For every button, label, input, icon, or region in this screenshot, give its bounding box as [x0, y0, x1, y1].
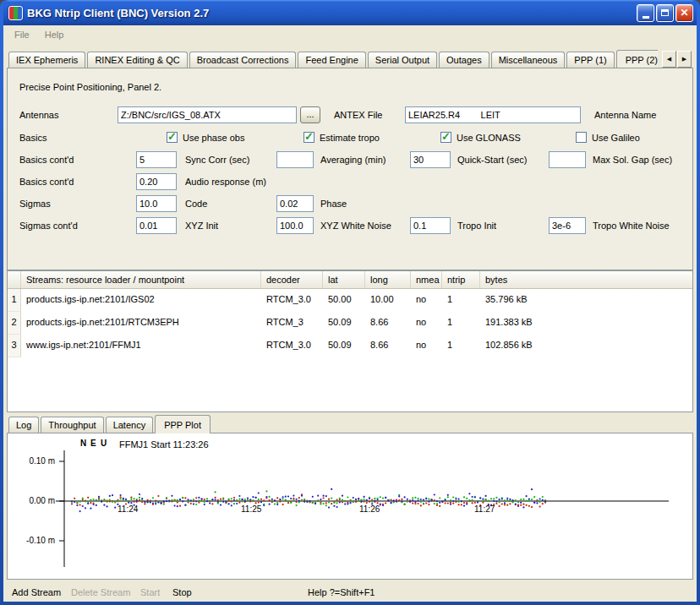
- tab-iex-ephemeris[interactable]: IEX Ephemeris: [8, 52, 85, 68]
- xyz-white-noise-label: XYZ White Noise: [320, 221, 391, 231]
- ppp-plot-pane: N E U FFMJ1 Start 11:23:26 0.10 m 0.00 m…: [7, 433, 693, 580]
- add-stream-button[interactable]: Add Stream: [12, 587, 61, 597]
- basics-contd-label: Basics cont'd: [19, 155, 74, 165]
- sigma-code-label: Code: [185, 199, 207, 209]
- averaging-label: Averaging (min): [320, 155, 386, 165]
- legend-u-label: U: [101, 439, 107, 448]
- antennas-row: Antennas ... ANTEX File Antenna Name: [14, 106, 686, 123]
- use-glonass-label: Use GLONASS: [457, 133, 521, 143]
- stream-row[interactable]: 3 www.igs-ip.net:2101/FFMJ1 RTCM_3.0 50.…: [8, 335, 692, 357]
- antennas-label: Antennas: [19, 110, 58, 120]
- sigmas-label: Sigmas: [19, 199, 51, 209]
- y-tick-top: 0.10 m: [11, 456, 55, 466]
- stream-row[interactable]: 2 products.igs-ip.net:2101/RTCM3EPH RTCM…: [8, 312, 692, 335]
- cell-lat: 50.09: [323, 312, 365, 335]
- antenna-name-input[interactable]: [405, 106, 581, 123]
- antex-file-label: ANTEX File: [334, 110, 382, 120]
- panel-title: Precise Point Positioning, Panel 2.: [19, 82, 161, 92]
- cell-mountpoint: www.igs-ip.net:2101/FFMJ1: [21, 335, 261, 357]
- ppp-panel: Precise Point Positioning, Panel 2. Ante…: [7, 68, 693, 270]
- max-sol-gap-input[interactable]: [549, 151, 586, 168]
- basics-contd-row: Basics cont'd Sync Corr (sec) Averaging …: [14, 151, 686, 168]
- tab-scroll-left-button[interactable]: ◀: [662, 51, 676, 68]
- cell-nmea: no: [411, 335, 442, 357]
- tab-scroll-left-icon: ◀: [667, 56, 671, 63]
- tab-log[interactable]: Log: [8, 417, 39, 433]
- y-tick-bottom: -0.10 m: [11, 536, 55, 545]
- tab-outages[interactable]: Outages: [439, 52, 489, 68]
- tropo-white-noise-input[interactable]: [549, 217, 586, 234]
- start-button[interactable]: Start: [140, 587, 160, 597]
- y-tick-zero: 0.00 m: [11, 496, 55, 505]
- estimate-tropo-label: Estimate tropo: [320, 133, 380, 143]
- delete-stream-button[interactable]: Delete Stream: [71, 587, 130, 597]
- row-number: 1: [8, 289, 21, 312]
- tropo-init-input[interactable]: [410, 217, 451, 234]
- antenna-name-label: Antenna Name: [594, 110, 656, 120]
- cell-lat: 50.09: [323, 335, 365, 357]
- use-galileo-label: Use Galileo: [592, 133, 640, 143]
- close-button[interactable]: ✕: [675, 4, 693, 22]
- browse-button[interactable]: ...: [300, 106, 320, 123]
- use-glonass-checkbox[interactable]: [440, 132, 451, 143]
- xyz-white-noise-input[interactable]: [276, 217, 314, 234]
- sync-corr-input[interactable]: [136, 151, 177, 168]
- tab-serial-output[interactable]: Serial Output: [368, 52, 437, 68]
- tab-ppp-2[interactable]: PPP (2): [616, 50, 658, 68]
- audio-response-input[interactable]: [136, 173, 177, 190]
- tab-miscellaneous[interactable]: Miscellaneous: [491, 52, 566, 68]
- use-galileo-checkbox[interactable]: [576, 132, 587, 143]
- max-sol-gap-label: Max Sol. Gap (sec): [593, 155, 672, 165]
- cell-bytes: 102.856 kB: [480, 335, 692, 357]
- x-tick-1125: 11:25: [241, 504, 261, 514]
- tab-scroll-right-button[interactable]: ▶: [677, 51, 692, 68]
- maximize-button[interactable]: [656, 4, 674, 22]
- tab-scroll-right-icon: ▶: [682, 56, 686, 63]
- tab-throughput[interactable]: Throughput: [41, 417, 103, 433]
- audio-row: Basics cont'd Audio response (m): [14, 173, 686, 190]
- estimate-tropo-checkbox[interactable]: [304, 132, 314, 143]
- close-icon: ✕: [680, 8, 688, 18]
- maximize-icon: [661, 9, 669, 16]
- cell-ntrip: 1: [442, 289, 480, 312]
- row-number: 2: [8, 312, 21, 335]
- stop-button[interactable]: Stop: [172, 587, 192, 597]
- cell-bytes: 191.383 kB: [480, 312, 692, 335]
- status-bar: Add Stream Delete Stream Start Stop Help…: [3, 583, 697, 602]
- sigma-phase-input[interactable]: [276, 195, 314, 212]
- tab-latency[interactable]: Latency: [106, 417, 154, 433]
- basics-label: Basics: [19, 133, 46, 143]
- app-icon: [8, 6, 23, 20]
- tab-feed-engine[interactable]: Feed Engine: [298, 52, 365, 68]
- window-title: BKG Ntrip Client (BNC) Version 2.7: [27, 7, 209, 19]
- tab-ppp-1[interactable]: PPP (1): [566, 52, 614, 68]
- averaging-input[interactable]: [276, 151, 314, 168]
- menu-item-file[interactable]: File: [7, 27, 37, 42]
- antex-path-input[interactable]: [118, 106, 297, 123]
- bottom-tab-bar: LogThroughputLatencyPPP Plot: [8, 413, 212, 433]
- minimize-button[interactable]: [637, 4, 654, 22]
- header-long: long: [365, 271, 411, 288]
- quick-start-label: Quick-Start (sec): [457, 155, 528, 165]
- tab-ppp-plot[interactable]: PPP Plot: [155, 415, 211, 433]
- xyz-init-input[interactable]: [136, 217, 177, 234]
- header-nmea: nmea: [411, 271, 442, 288]
- tab-bar: IEX EphemerisRINEX Editing & QCBroadcast…: [8, 48, 658, 68]
- app-window: BKG Ntrip Client (BNC) Version 2.7 ✕ Fil…: [0, 0, 700, 605]
- cell-ntrip: 1: [442, 335, 480, 357]
- cell-long: 10.00: [365, 289, 411, 312]
- sigma-code-input[interactable]: [136, 195, 177, 212]
- header-rownum: [8, 271, 21, 288]
- tab-broadcast-corrections[interactable]: Broadcast Corrections: [189, 52, 297, 68]
- cell-long: 8.66: [365, 312, 411, 335]
- stream-row[interactable]: 1 products.igs-ip.net:2101/IGS02 RTCM_3.…: [8, 289, 692, 312]
- menu-item-help[interactable]: Help: [37, 27, 72, 42]
- use-phase-obs-checkbox[interactable]: [167, 132, 178, 143]
- window-body: FileHelp IEX EphemerisRINEX Editing & QC…: [3, 25, 697, 602]
- quick-start-input[interactable]: [410, 151, 451, 168]
- sigmas-row: Sigmas Code Phase: [14, 195, 686, 212]
- cell-decoder: RTCM_3.0: [261, 289, 323, 312]
- use-phase-obs-label: Use phase obs: [183, 133, 244, 143]
- tab-rinex-editing-qc[interactable]: RINEX Editing & QC: [87, 52, 187, 68]
- cell-decoder: RTCM_3: [261, 312, 323, 335]
